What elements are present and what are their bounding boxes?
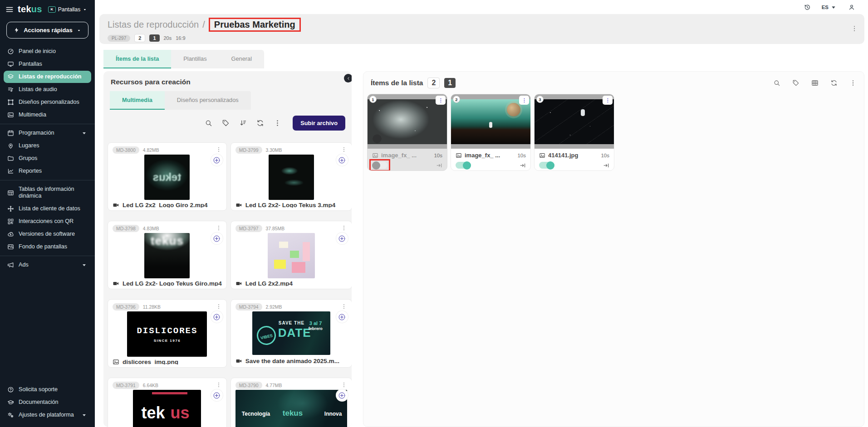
header-kebab-menu[interactable] (851, 25, 858, 34)
playlist-item-controls-row (539, 162, 609, 169)
table-view-icon[interactable] (811, 79, 819, 87)
playlist-item-controls-row (456, 162, 526, 169)
playlist-item-thumbnail (535, 99, 614, 144)
sidebar-item-pantallas[interactable]: Pantallas (4, 58, 91, 70)
annotation-box-toggle (372, 162, 387, 169)
add-to-playlist-button[interactable] (336, 233, 348, 244)
kebab-menu-icon[interactable] (274, 119, 281, 127)
breadcrumb-parent[interactable]: Listas de reproducción (108, 19, 199, 30)
sidebar-item-documentacion[interactable]: Documentación (4, 396, 91, 408)
playlist-meta: PL-297 2 1 20s 16:9 (108, 34, 856, 42)
search-icon[interactable] (773, 79, 780, 87)
sidebar-item-versiones-de-software[interactable]: Versiones de software (4, 228, 91, 240)
sidebar-item-listas-de-audio[interactable]: Listas de audio (4, 83, 91, 96)
media-card-kebab-menu[interactable] (341, 225, 347, 232)
sidebar-item-fondo-de-pantallas[interactable]: Fondo de pantallas (4, 241, 91, 253)
add-to-playlist-button[interactable] (336, 154, 348, 166)
items-total-badge: 2 (134, 34, 145, 42)
media-thumbnail (269, 155, 314, 200)
add-to-playlist-button[interactable] (211, 154, 223, 166)
sidebar-item-reportes[interactable]: Reportes (4, 165, 91, 177)
screen-context-chip[interactable]: K Pantallas (48, 6, 87, 13)
sidebar-item-panel-de-inicio[interactable]: Panel de inicio (4, 45, 91, 58)
add-to-playlist-button[interactable] (211, 311, 223, 323)
sidebar-item-ads[interactable]: Ads (4, 259, 91, 271)
sort-icon[interactable] (239, 119, 247, 127)
playlist-item-card[interactable]: 2image_fx_ ...10s (451, 94, 531, 171)
playlist-item-kebab-menu[interactable] (436, 96, 446, 105)
qr-icon (7, 218, 14, 225)
transition-icon-button[interactable] (520, 162, 526, 169)
playlist-items-row: 1image_fx_ ...10s2image_fx_ ...10s341414… (363, 91, 864, 174)
playlist-item-card[interactable]: 3414141.jpg10s (534, 94, 614, 171)
playlist-item-kebab-menu[interactable] (603, 96, 613, 105)
add-to-playlist-button[interactable] (211, 233, 223, 244)
media-card: MD-379611.28KBDISLICORESSINCE 1976dislic… (108, 299, 227, 368)
media-card-kebab-menu[interactable] (216, 303, 222, 311)
refresh-icon[interactable] (256, 119, 264, 127)
item-enabled-toggle[interactable] (539, 162, 554, 169)
media-id-badge: MD-3791 (113, 382, 139, 389)
image-file-icon (456, 152, 462, 159)
collapse-panel-button[interactable] (344, 74, 352, 82)
add-to-playlist-button[interactable] (211, 389, 223, 401)
sidebar-item-interacciones-con-qr[interactable]: Interacciones con QR (4, 215, 91, 228)
sidebar-item-solicita-soporte[interactable]: Solicita soporte (4, 383, 91, 396)
sidebar-item-multimedia[interactable]: Multimedia (4, 109, 91, 121)
media-id-badge: MD-3794 (235, 303, 262, 311)
sidebar-item-programacion[interactable]: Programación (4, 127, 91, 139)
media-id-badge: MD-3798 (113, 225, 139, 232)
playlist-item-card[interactable]: 1image_fx_ ...10s (367, 94, 447, 171)
user-icon[interactable] (848, 4, 855, 11)
menu-icon[interactable] (5, 5, 14, 14)
media-card-kebab-menu[interactable] (216, 225, 222, 232)
transition-icon-button[interactable] (436, 162, 442, 169)
resources-tab-disenos-personalizados[interactable]: Diseños personalizados (165, 91, 251, 110)
playlist-item-filename: 414141.jpg (548, 152, 598, 159)
items-total-badge: 2 (427, 78, 440, 88)
add-to-playlist-button[interactable] (336, 389, 348, 401)
divider (0, 180, 95, 180)
transition-icon-button[interactable] (603, 162, 609, 169)
language-selector[interactable]: ES (822, 4, 837, 11)
playlist-id-badge: PL-297 (108, 35, 130, 42)
tag-icon[interactable] (792, 79, 799, 87)
file-size-label: 2.92MB (266, 305, 282, 310)
quick-actions-button[interactable]: Acciones rápidas (6, 22, 88, 39)
video-camera-icon (235, 202, 242, 208)
media-card-kebab-menu[interactable] (216, 146, 222, 154)
playlist-item-thumbnail (368, 99, 447, 144)
playlist-item-footer: 414141.jpg10s (535, 149, 614, 169)
kebab-menu-icon[interactable] (849, 79, 857, 87)
sidebar-item-disenos-personalizados[interactable]: Diseños personalizados (4, 96, 91, 108)
history-icon[interactable] (804, 4, 811, 11)
media-card-kebab-menu[interactable] (341, 146, 347, 154)
sidebar-item-lugares[interactable]: Lugares (4, 140, 91, 152)
playlist-item-thumbnail (451, 99, 530, 144)
media-card-kebab-menu[interactable] (341, 382, 347, 389)
tab-general[interactable]: General (219, 50, 265, 68)
add-to-playlist-button[interactable] (336, 311, 348, 323)
tab-items-de-la-lista[interactable]: Ítems de la lista (103, 50, 171, 68)
kebab-menu-icon (341, 382, 347, 388)
tag-icon[interactable] (222, 119, 230, 127)
sidebar-item-label: Documentación (19, 399, 88, 406)
media-card-kebab-menu[interactable] (341, 303, 347, 311)
resources-tab-multimedia[interactable]: Multimedia (110, 91, 165, 110)
sidebar-item-label: Lugares (19, 142, 88, 149)
sidebar-item-lista-de-cliente-de-datos[interactable]: Lista de cliente de datos (4, 203, 91, 215)
tab-plantillas[interactable]: Plantillas (171, 50, 219, 68)
item-enabled-toggle[interactable] (456, 162, 471, 169)
sidebar-item-ajustes-de-plataforma[interactable]: Ajustes de plataforma (4, 409, 91, 421)
media-card: MD-38004.82MBtekusLed LG 2x2_Logo Giro 2… (108, 142, 227, 211)
search-icon[interactable] (205, 119, 212, 127)
item-enabled-toggle[interactable] (372, 162, 387, 169)
sidebar-item-grupos[interactable]: Grupos (4, 152, 91, 165)
refresh-icon[interactable] (830, 79, 838, 87)
playlist-item-kebab-menu[interactable] (519, 96, 529, 105)
sidebar-item-listas-de-reproduccion[interactable]: Listas de reproducción (4, 71, 91, 83)
media-card-kebab-menu[interactable] (216, 382, 222, 389)
image-file-icon (539, 152, 545, 159)
sidebar-item-tablas-de-informacion-dinamica[interactable]: Tablas de información dinámica (4, 183, 91, 202)
upload-file-button[interactable]: Subir archivo (293, 116, 345, 131)
